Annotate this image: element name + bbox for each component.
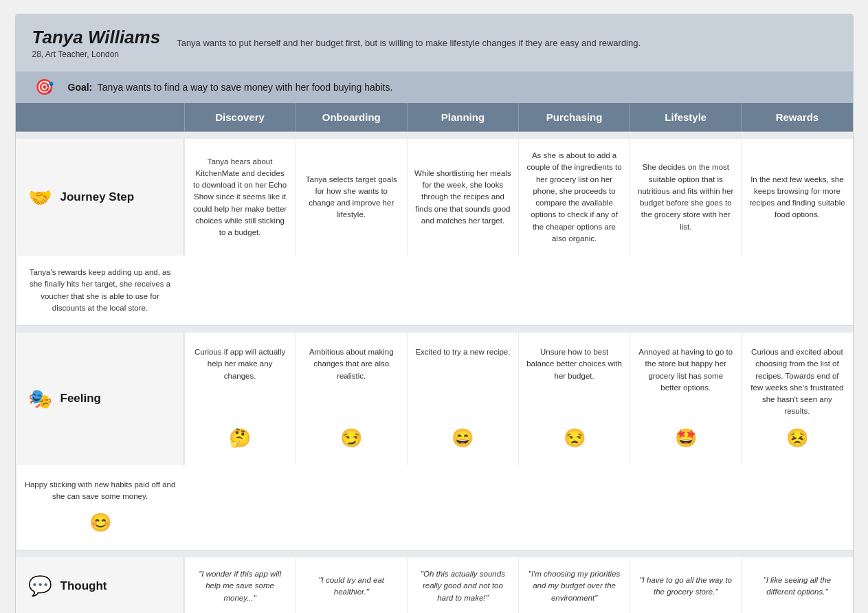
thought-cell-3: "I'm choosing my priorities and my budge…: [518, 557, 630, 613]
feeling-cell-2: Excited to try a new recipe. 😄: [407, 333, 518, 465]
col-header-purchasing: Purchasing: [518, 103, 630, 131]
feeling-text-5: Curious and excited about choosing from …: [748, 346, 845, 418]
header: Tanya Williams 28, Art Teacher, London T…: [16, 14, 853, 71]
persona-info: Tanya Williams 28, Art Teacher, London: [32, 27, 161, 59]
thought-cell-0: "I wonder if this app will help me save …: [184, 557, 296, 613]
feeling-emoji-3: 😒: [564, 425, 586, 452]
col-header-lifestyle: Lifestyle: [630, 103, 741, 131]
feeling-emoji-2: 😄: [452, 425, 474, 452]
thought-label: Thought: [60, 579, 107, 593]
feeling-text-3: Unsure how to best balance better choice…: [526, 346, 623, 418]
goal-label: Goal:: [68, 82, 93, 93]
feeling-row: 🎭 Feeling Curious if app will actually h…: [16, 333, 853, 550]
persona-description: Tanya wants to put herself and her budge…: [177, 36, 641, 50]
divider-2: [16, 326, 853, 333]
journey-step-icon: 🤝: [28, 186, 52, 209]
feeling-text-0: Curious if app will actually help her ma…: [192, 346, 289, 418]
journey-step-row: 🤝 Journey Step Tanya hears about Kitchen…: [16, 139, 853, 326]
divider-1: [16, 132, 853, 139]
feeling-label: Feeling: [60, 392, 102, 405]
thought-row: 💬 Thought "I wonder if this app will hel…: [16, 557, 853, 613]
feeling-emoji-4: 🤩: [675, 425, 697, 452]
thought-cell-1: "I could try and eat healthier.": [296, 557, 407, 613]
journey-step-cell-1: Tanya selects target goals for how she w…: [296, 139, 407, 256]
feeling-cell-4: Annoyed at having to go to the store but…: [630, 333, 741, 465]
journey-step-cell-3: As she is about to add a couple of the i…: [518, 139, 630, 256]
journey-step-cell-4: She decides on the most suitable option …: [630, 139, 741, 256]
thought-cell-2: "Oh this actually sounds really good and…: [407, 557, 518, 613]
feeling-cell-5: Curious and excited about choosing from …: [741, 333, 852, 465]
feeling-text-6: Happy sticking with new habits paid off …: [23, 479, 177, 503]
feeling-text-2: Excited to try a new recipe.: [415, 346, 510, 418]
feeling-text-4: Annoyed at having to go to the store but…: [637, 346, 734, 418]
feeling-emoji-5: 😣: [786, 425, 808, 452]
divider-3: [16, 550, 853, 557]
feeling-cell-6: Happy sticking with new habits paid off …: [16, 465, 184, 550]
thought-label-cell: 💬 Thought: [16, 557, 184, 613]
journey-step-cell-5: In the next few weeks, she keeps browsin…: [741, 139, 852, 256]
journey-step-cell-2: While shortlisting her meals for the wee…: [407, 139, 518, 256]
feeling-cell-1: Ambitious about making changes that are …: [296, 333, 407, 465]
goal-value: Tanya wants to find a way to save money …: [98, 82, 393, 93]
col-header-planning: Planning: [407, 103, 518, 131]
thought-cell-4: "I have to go all the way to the grocery…: [630, 557, 741, 613]
page-wrapper: Tanya Williams 28, Art Teacher, London T…: [15, 14, 854, 613]
header-empty-cell: [16, 103, 184, 131]
feeling-emoji-1: 😏: [340, 425, 362, 452]
feeling-emoji-0: 🤔: [229, 425, 251, 452]
feeling-text-1: Ambitious about making changes that are …: [303, 346, 400, 418]
goal-icon: 🎯: [32, 78, 57, 96]
goal-text: Goal: Tanya wants to find a way to save …: [68, 82, 393, 93]
journey-step-label: Journey Step: [60, 190, 135, 204]
journey-step-cell-0: Tanya hears about KitchenMate and decide…: [184, 139, 296, 256]
col-header-onboarding: Onboarding: [296, 103, 407, 131]
persona-meta: 28, Art Teacher, London: [32, 49, 161, 59]
journey-step-label-cell: 🤝 Journey Step: [16, 139, 184, 256]
feeling-cell-3: Unsure how to best balance better choice…: [518, 333, 630, 465]
feeling-icon: 🎭: [28, 388, 52, 410]
thought-cell-5: "I like seeing all the different options…: [741, 557, 852, 613]
thought-icon: 💬: [28, 575, 52, 597]
feeling-emoji-6: 😊: [89, 509, 111, 536]
feeling-cell-0: Curious if app will actually help her ma…: [184, 333, 296, 465]
goal-row: 🎯 Goal: Tanya wants to find a way to sav…: [16, 71, 853, 103]
feeling-label-cell: 🎭 Feeling: [16, 333, 184, 465]
persona-name: Tanya Williams: [32, 27, 161, 48]
col-header-discovery: Discovery: [184, 103, 296, 131]
col-header-rewards: Rewards: [741, 103, 852, 131]
column-headers: Discovery Onboarding Planning Purchasing…: [16, 103, 853, 132]
journey-step-cell-6: Tanya's rewards keep adding up and, as s…: [16, 256, 184, 325]
